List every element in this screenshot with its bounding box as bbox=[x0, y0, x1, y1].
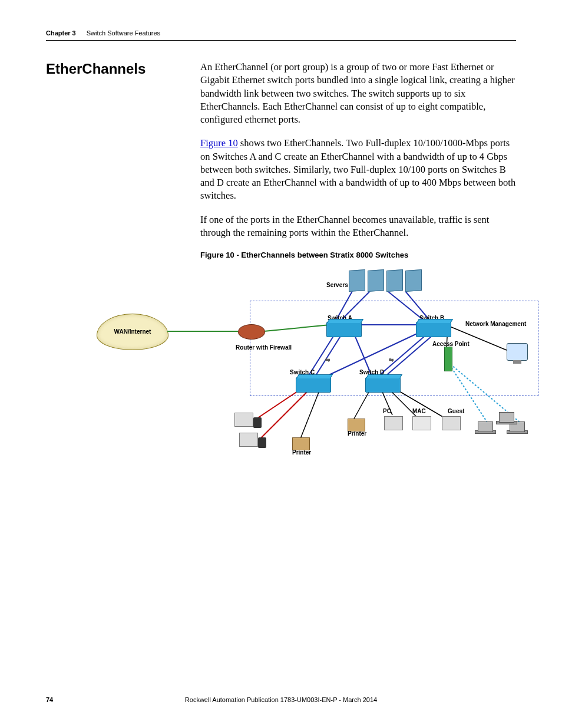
laptop-icon bbox=[507, 430, 528, 434]
pc-icon bbox=[234, 413, 253, 427]
printer-label: Printer bbox=[348, 430, 366, 437]
mac-label: MAC bbox=[412, 408, 426, 414]
figure-caption: Figure 10 - EtherChannels between Strati… bbox=[200, 250, 516, 261]
wan-cloud: WAN/Internet bbox=[97, 314, 168, 350]
router-label: Router with Firewall bbox=[236, 344, 271, 351]
running-header: Chapter 3 Switch Software Features bbox=[46, 29, 516, 37]
pc-icon bbox=[442, 416, 461, 430]
chapter-title: Switch Software Features bbox=[87, 29, 160, 37]
guest-label: Guest bbox=[448, 408, 464, 414]
pc-icon bbox=[384, 416, 403, 430]
paragraph-2: Figure 10 shows two EtherChannels. Two F… bbox=[200, 137, 516, 202]
switch-c-icon bbox=[296, 377, 331, 393]
page-footer: 74 Rockwell Automation Publication 1783-… bbox=[46, 696, 516, 703]
figure-10-link[interactable]: Figure 10 bbox=[200, 137, 238, 149]
wan-label: WAN/Internet bbox=[114, 328, 151, 335]
router-icon bbox=[238, 324, 265, 340]
switch-d-icon bbox=[365, 377, 401, 393]
printer-label: Printer bbox=[292, 449, 311, 456]
printer-icon bbox=[292, 437, 310, 450]
publication-line: Rockwell Automation Publication 1783-UM0… bbox=[46, 696, 516, 703]
server-icon bbox=[405, 269, 422, 292]
paragraph-2-text: shows two EtherChannels. Two Full-duplex… bbox=[200, 137, 515, 201]
phone-icon bbox=[253, 417, 262, 428]
access-point-icon bbox=[444, 347, 452, 371]
laptop-icon bbox=[475, 430, 496, 434]
servers-label: Servers bbox=[326, 282, 348, 288]
server-icon bbox=[349, 269, 365, 292]
paragraph-3: If one of the ports in the EtherChannel … bbox=[200, 213, 516, 240]
header-rule bbox=[46, 40, 516, 41]
server-icon bbox=[368, 269, 384, 292]
chapter-number: Chapter 3 bbox=[46, 29, 76, 37]
mgmt-pc-icon bbox=[507, 343, 528, 361]
pc-label: PC bbox=[383, 408, 391, 414]
switch-a-icon bbox=[326, 322, 362, 337]
switch-b-icon bbox=[416, 322, 451, 337]
paragraph-1: An EtherChannel (or port group) is a gro… bbox=[200, 61, 516, 126]
pc-icon bbox=[239, 433, 258, 447]
mac-icon bbox=[412, 416, 431, 430]
body-text: An EtherChannel (or port group) is a gro… bbox=[200, 61, 516, 265]
section-heading: EtherChannels bbox=[46, 61, 200, 77]
laptop-icon bbox=[496, 421, 517, 424]
figure-10-diagram: WAN/Internet bbox=[94, 268, 516, 468]
server-icon bbox=[386, 269, 403, 292]
phone-icon bbox=[258, 437, 266, 448]
printer-icon bbox=[348, 419, 365, 431]
network-mgmt-label: Network Management bbox=[465, 321, 513, 327]
